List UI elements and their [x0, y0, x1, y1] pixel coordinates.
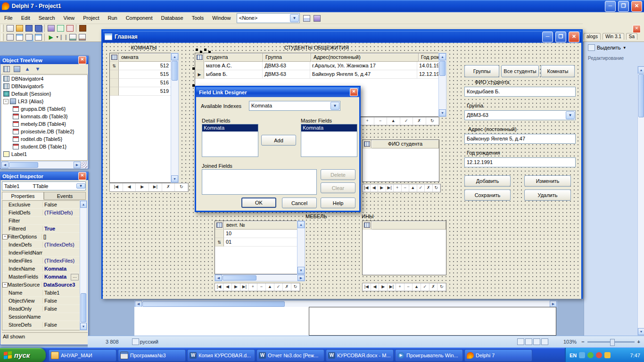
joined-fields-listbox[interactable] — [202, 169, 317, 195]
tray-update-icon[interactable] — [604, 352, 611, 358]
navigator-button[interactable]: ▲ — [409, 184, 417, 192]
navigator-button[interactable]: ▶ — [378, 184, 386, 192]
maximize-button[interactable]: ❐ — [618, 1, 629, 12]
tree-item[interactable]: proisestvie.DB {Table2} — [1, 128, 87, 135]
form-designer-surface[interactable]: КОМНАТЫ СТУДЕНТЫ ОБЩЕЖИТИЯ омната ⇅ 512 — [103, 43, 581, 299]
navigator-button[interactable]: |◀ — [110, 183, 123, 191]
help-button[interactable]: Help — [321, 197, 355, 208]
scroll-up-icon[interactable]: ▲ — [171, 53, 178, 60]
property-row[interactable]: MasterFields Komnata … — [2, 273, 80, 281]
step-over-icon[interactable] — [78, 33, 87, 41]
navigator-button[interactable]: ▶| — [149, 183, 162, 191]
form-close-button[interactable]: ✕ — [569, 32, 579, 42]
save-icon[interactable] — [24, 24, 33, 33]
tree-item[interactable]: DBNavigator5 — [1, 82, 87, 90]
property-row[interactable]: + FilterOptions [] — [2, 233, 80, 241]
property-row[interactable]: StoreDefs False — [2, 321, 80, 329]
word-vertical-scrollbar[interactable]: ▲ ▼ — [637, 66, 644, 336]
treeview-close-icon[interactable]: ✕ — [78, 56, 86, 64]
word-count[interactable]: 3 808 — [106, 339, 119, 345]
navigator-button[interactable]: |◀ — [215, 283, 223, 291]
clear-button[interactable]: Clear — [321, 182, 355, 193]
pause-icon[interactable]: ❙❙ — [59, 33, 68, 41]
language-indicator[interactable]: русский — [140, 339, 158, 345]
delete-item-icon[interactable] — [12, 65, 22, 74]
navigator-button[interactable]: ▲ — [387, 117, 400, 125]
spellcheck-icon[interactable] — [132, 338, 139, 345]
delete-link-button[interactable]: Delete — [321, 169, 355, 180]
scroll-up-icon[interactable]: ▲ — [297, 221, 305, 228]
navigator-button[interactable]: ▶ — [136, 183, 149, 191]
palette-tab[interactable]: Win 3.1 — [603, 33, 624, 40]
new-icon[interactable] — [5, 24, 15, 33]
property-row[interactable]: SessionName — [2, 313, 80, 321]
form-titlebar[interactable]: Главная ─ ❐ ✕ — [103, 31, 581, 43]
palette-tab[interactable]: alogs — [584, 33, 601, 40]
property-row[interactable]: ReadOnly False — [2, 305, 80, 313]
menu-item[interactable]: Window — [208, 14, 235, 22]
group-combobox[interactable]: ДВМ3-63 ▼ — [464, 110, 576, 120]
property-row[interactable]: + MasterSource DataSource3 — [2, 281, 80, 289]
scroll-left-icon[interactable]: ◀ — [215, 275, 222, 281]
navigator-button[interactable]: ↻ — [175, 183, 188, 191]
scroll-right-icon[interactable]: ▶ — [550, 301, 557, 307]
rooms-grid-row[interactable]: 515 — [110, 70, 171, 79]
tab-properties[interactable]: Properties — [2, 192, 44, 200]
menu-item[interactable]: Run — [103, 14, 121, 22]
view-draft-icon[interactable] — [541, 338, 548, 345]
navigator-button[interactable]: ▶| — [240, 283, 249, 291]
tree-item[interactable]: roditel.db {Table5} — [1, 135, 87, 143]
rooms-button[interactable]: Комнаты — [541, 65, 575, 77]
selection-handle[interactable] — [204, 49, 206, 51]
selection-handle[interactable] — [196, 49, 198, 51]
rooms-grid-row[interactable]: ⇅ 512 — [110, 62, 171, 70]
view-web-icon[interactable] — [533, 338, 540, 345]
move-up-icon[interactable]: ▲ — [23, 65, 32, 74]
tree-item[interactable]: gruppa.DB {Table6} — [1, 105, 87, 113]
navigator-button[interactable]: − — [257, 283, 266, 291]
navigator-button[interactable]: + — [394, 184, 402, 192]
tray-antivirus-icon[interactable] — [596, 352, 602, 358]
taskbar-button[interactable]: Отчет №3.doc [Реж... — [256, 349, 324, 362]
list-item[interactable]: Komnata — [202, 124, 258, 132]
zoom-level[interactable]: 103% — [563, 339, 577, 345]
groups-button[interactable]: Группы — [464, 65, 499, 77]
property-row[interactable]: TableName student.DB — [2, 329, 80, 330]
toggle-form-unit-icon[interactable] — [24, 33, 33, 41]
navigator-button[interactable]: ▶| — [388, 283, 396, 291]
menu-item[interactable]: Project — [79, 14, 103, 22]
fio-input[interactable]: Кондыбаев Б. — [464, 87, 576, 97]
rooms-grid-scrollbar[interactable]: ▲ ▼ — [171, 53, 179, 183]
tree-item[interactable]: − LR3 {Alias} — [1, 98, 87, 105]
tree-item[interactable]: mebely.DB {Table4} — [1, 120, 87, 128]
dialog-close-icon[interactable]: ✕ — [350, 88, 358, 96]
property-row[interactable]: Exclusive False — [2, 201, 80, 209]
furniture-grid[interactable]: вент. № 10 ⇅ 01 — [215, 221, 298, 274]
students-grid-row[interactable]: ▶ ыбаев Б. ДВМ3-63 Байконур Янгеля 5, д.… — [195, 70, 439, 79]
zoom-slider[interactable] — [587, 341, 635, 343]
property-row[interactable]: IndexFieldNam — [2, 249, 80, 257]
furniture-grid-row[interactable]: 10 — [215, 230, 297, 238]
add-link-button[interactable]: Add — [261, 135, 296, 146]
scroll-up-icon[interactable]: ▲ — [80, 201, 87, 208]
navigator-button[interactable]: ◀ — [123, 183, 136, 191]
navigator-button[interactable]: ↻ — [438, 283, 446, 291]
view-form-icon[interactable] — [15, 33, 24, 41]
detail-fields-listbox[interactable]: Komnata — [202, 124, 258, 157]
navigator-button[interactable]: ✗ — [413, 117, 426, 125]
open-project-icon[interactable] — [46, 24, 56, 33]
tray-shield-icon[interactable] — [587, 352, 594, 358]
navigator-button[interactable]: ✓ — [417, 184, 425, 192]
navigator-button[interactable]: − — [405, 283, 413, 291]
navigator-button[interactable]: |◀ — [363, 184, 371, 192]
form-maximize-button[interactable]: ❐ — [555, 32, 566, 42]
scroll-up-icon[interactable]: ▲ — [638, 66, 644, 74]
navigator-button[interactable]: ▶ — [379, 283, 388, 291]
scroll-left-icon[interactable]: ◀ — [1, 162, 8, 168]
add-to-repository-icon[interactable] — [302, 14, 311, 23]
furniture-grid-scrollbar[interactable]: ▲ ▼ — [297, 221, 305, 274]
navigator-button[interactable]: − — [402, 184, 410, 192]
taskbar-button[interactable]: Копия КУРСОВАЯ.d... — [187, 349, 255, 362]
navigator-button[interactable]: ▶| — [386, 184, 394, 192]
navigator-button[interactable]: ✓ — [400, 117, 413, 125]
